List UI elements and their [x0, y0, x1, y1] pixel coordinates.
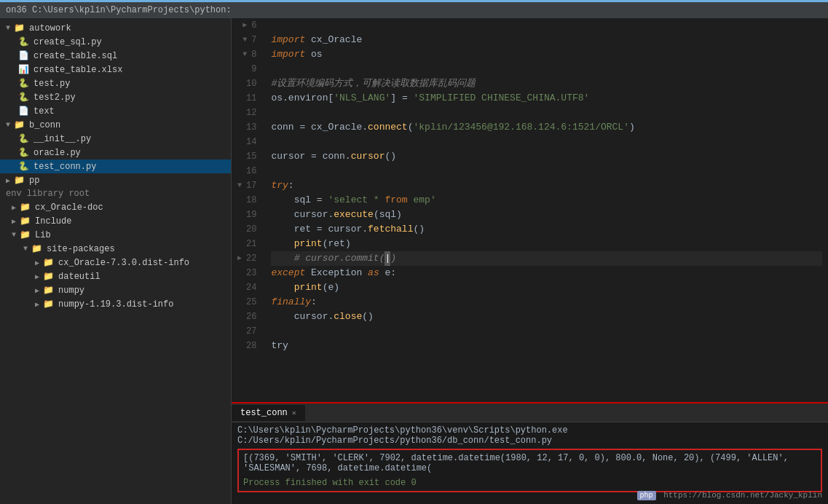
- sidebar-item-create-sql[interactable]: 🐍 create_sql.py: [0, 35, 231, 49]
- sidebar-item-cx-oracle-dist[interactable]: ▶ 📁 cx_Oracle-7.3.0.dist-info: [0, 256, 231, 269]
- code-line-6: [271, 18, 822, 33]
- folder-icon: 📁: [42, 257, 54, 268]
- terminal-tab-test-conn[interactable]: test_conn ✕: [232, 405, 305, 421]
- sidebar-item-numpy-dist[interactable]: ▶ 📁 numpy-1.19.3.dist-info: [0, 297, 231, 311]
- py-file-icon: 🐍: [17, 161, 29, 172]
- code-line-17: try:: [271, 178, 822, 193]
- sidebar-label: test.py: [33, 79, 70, 89]
- sidebar-label: test2.py: [33, 92, 76, 103]
- expand-icon: ▶: [6, 176, 10, 185]
- sidebar-item-include[interactable]: ▶ 📁 Include: [0, 214, 231, 228]
- sidebar-item-test-conn-py[interactable]: 🐍 test_conn.py: [0, 160, 231, 173]
- folder-icon: 📁: [42, 285, 54, 296]
- code-line-24: print(e): [271, 280, 822, 295]
- line-numbers: ▶6 ▼7 ▼8 9 10 11 12 13 14 15 16 ▼17 18 1…: [232, 18, 265, 402]
- sidebar-item-b-conn[interactable]: ▼ 📁 b_conn: [0, 118, 231, 132]
- folder-icon: 📁: [19, 229, 31, 240]
- terminal-close-btn[interactable]: ✕: [292, 409, 296, 417]
- code-line-7: import cx_Oracle: [271, 33, 822, 47]
- ln-17: ▼17: [237, 178, 256, 193]
- terminal-finish-line: Process finished with exit code 0: [243, 478, 816, 488]
- code-content[interactable]: import cx_Oracle import os #设置环境编码方式，可解决…: [265, 18, 828, 402]
- file-icon: 📄: [17, 106, 29, 117]
- code-line-26: cursor.close(): [271, 310, 822, 324]
- ln-14: 14: [237, 135, 256, 149]
- sidebar: ▼ 📁 autowork 🐍 create_sql.py 📄 create_ta…: [0, 18, 232, 504]
- sidebar-label: create_table.xlsx: [33, 65, 122, 75]
- sidebar-label: create_table.sql: [33, 51, 117, 61]
- sidebar-label: create_sql.py: [33, 37, 102, 47]
- sidebar-item-oracle-py[interactable]: 🐍 oracle.py: [0, 146, 231, 160]
- sidebar-label: cx_Oracle-doc: [35, 202, 103, 213]
- folder-icon: 📁: [13, 23, 25, 34]
- sidebar-item-cx-oracle-doc[interactable]: ▶ 📁 cx_Oracle-doc: [0, 200, 231, 214]
- ln-12: 12: [237, 106, 256, 120]
- ln-20: 20: [237, 222, 256, 237]
- sidebar-item-test2-py[interactable]: 🐍 test2.py: [0, 90, 231, 104]
- expand-icon: ▶: [35, 259, 39, 267]
- top-bar-title: on36 C:\Users\kplin\PycharmProjects\pyth…: [6, 5, 232, 15]
- terminal-cmd-text: C:\Users\kplin\PycharmProjects\python36\…: [237, 425, 568, 446]
- php-badge: php: [637, 491, 656, 500]
- sidebar-item-text[interactable]: 📄 text: [0, 104, 231, 118]
- sidebar-item-lib[interactable]: ▼ 📁 Lib: [0, 228, 231, 242]
- folder-icon: 📁: [13, 119, 25, 130]
- ln-25: 25: [237, 295, 256, 310]
- sidebar-label: cx_Oracle-7.3.0.dist-info: [58, 258, 189, 268]
- py-file-icon: 🐍: [17, 92, 29, 103]
- xlsx-file-icon: 📊: [17, 64, 29, 75]
- sidebar-item-autowork[interactable]: ▼ 📁 autowork: [0, 21, 231, 35]
- sidebar-label: test_conn.py: [33, 162, 96, 172]
- sidebar-item-test-py[interactable]: 🐍 test.py: [0, 76, 231, 90]
- sidebar-item-dateutil[interactable]: ▶ 📁 dateutil: [0, 269, 231, 283]
- sidebar-label: dateutil: [58, 272, 100, 282]
- sidebar-label: text: [33, 106, 55, 117]
- ln-10: 10: [237, 76, 256, 91]
- sidebar-label: numpy: [58, 286, 84, 296]
- expand-icon: ▶: [12, 203, 16, 212]
- code-line-18: sql = 'select * from emp': [271, 193, 822, 208]
- watermark-url: https://blog.csdn.net/Jacky_kplin: [663, 491, 822, 500]
- folder-icon: 📁: [19, 202, 31, 213]
- code-line-15: cursor = conn.cursor(): [271, 149, 822, 164]
- code-line-23: except Exception as e:: [271, 266, 822, 280]
- py-file-icon: 🐍: [17, 133, 29, 144]
- ln-23: 23: [237, 266, 256, 280]
- sidebar-item-create-table-xlsx[interactable]: 📊 create_table.xlsx: [0, 63, 231, 76]
- sidebar-label: numpy-1.19.3.dist-info: [58, 299, 173, 310]
- code-line-16: [271, 164, 822, 178]
- watermark: php https://blog.csdn.net/Jacky_kplin: [637, 491, 822, 500]
- expand-icon: ▼: [6, 24, 10, 32]
- code-line-9: [271, 62, 822, 76]
- sql-file-icon: 📄: [17, 50, 29, 61]
- folder-icon: 📁: [42, 299, 54, 310]
- folder-icon: 📁: [13, 175, 25, 186]
- sidebar-label: pp: [29, 176, 39, 186]
- sidebar-item-numpy[interactable]: ▶ 📁 numpy: [0, 283, 231, 297]
- sidebar-item-site-packages[interactable]: ▼ 📁 site-packages: [0, 242, 231, 256]
- terminal-tab-label: test_conn: [240, 408, 288, 418]
- expand-icon: ▶: [35, 300, 39, 309]
- terminal-cmd-line: C:\Users\kplin\PycharmProjects\python36\…: [237, 425, 822, 446]
- sidebar-item-create-table-sql[interactable]: 📄 create_table.sql: [0, 49, 231, 63]
- ln-16: 16: [237, 164, 256, 178]
- expand-icon: ▼: [6, 121, 10, 129]
- expand-icon: ▼: [23, 245, 28, 253]
- terminal-output-box: [(7369, 'SMITH', 'CLERK', 7902, datetime…: [237, 449, 822, 492]
- folder-icon: 📁: [31, 243, 42, 254]
- terminal-finish-text: Process finished with exit code 0: [243, 478, 417, 488]
- expand-icon: ▶: [35, 286, 39, 295]
- terminal-area: test_conn ✕ C:\Users\kplin\PycharmProjec…: [232, 402, 828, 504]
- code-line-12: [271, 106, 822, 120]
- code-editor[interactable]: ▶6 ▼7 ▼8 9 10 11 12 13 14 15 16 ▼17 18 1…: [232, 18, 828, 402]
- sidebar-label: __init__.py: [33, 134, 91, 144]
- sidebar-item-pp[interactable]: ▶ 📁 pp: [0, 173, 231, 187]
- py-file-icon: 🐍: [17, 78, 29, 89]
- editor-area: ▶6 ▼7 ▼8 9 10 11 12 13 14 15 16 ▼17 18 1…: [232, 18, 828, 504]
- ln-21: 21: [237, 237, 256, 251]
- code-line-25: finally:: [271, 295, 822, 310]
- expand-icon: ▼: [12, 231, 16, 239]
- code-line-8: import os: [271, 47, 822, 62]
- sidebar-label: Include: [35, 216, 71, 227]
- sidebar-item-init-py[interactable]: 🐍 __init__.py: [0, 132, 231, 146]
